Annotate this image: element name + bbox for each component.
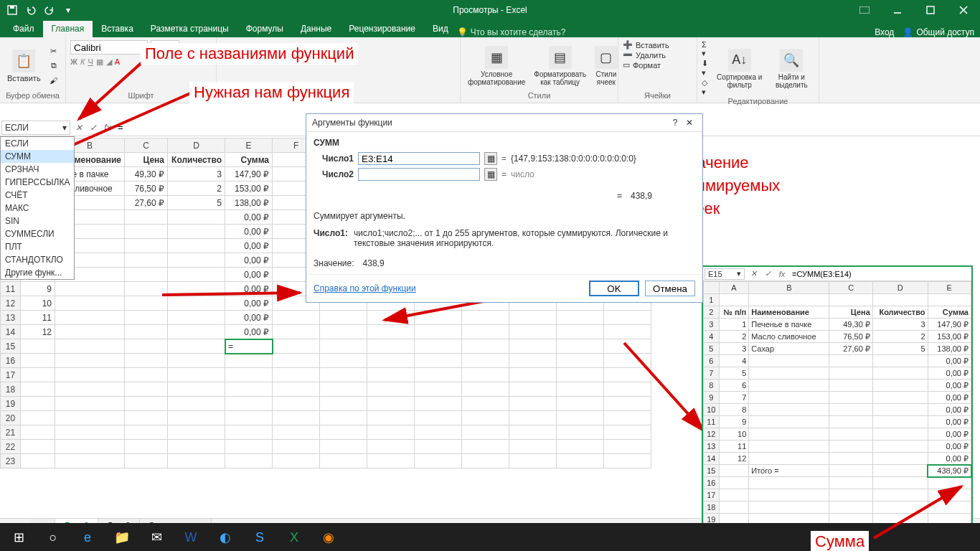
edge-icon[interactable]: e [72, 525, 103, 550]
format-as-table-icon: ▤ [549, 46, 572, 69]
cancel-button[interactable]: Отмена [645, 281, 695, 296]
group-cells: Ячейки [623, 91, 692, 101]
undo-icon[interactable] [23, 2, 39, 18]
arg1-label: Число1 [314, 154, 354, 164]
sort-filter-button[interactable]: A↓ Сортировка и фильтр [713, 47, 766, 90]
dialog-desc: Суммирует аргументы. [314, 211, 695, 221]
arg-help-text: число1;число2;... от 1 до 255 аргументов… [354, 228, 695, 248]
chevron-down-icon: ▾ [737, 269, 741, 278]
svg-line-14 [624, 343, 703, 430]
arg1-input[interactable] [358, 152, 480, 165]
skype-icon[interactable]: S [244, 525, 275, 550]
dialog-close-icon[interactable]: ✕ [682, 118, 697, 128]
arg2-eval: число [511, 169, 534, 179]
fn-item-МАКС[interactable]: МАКС [1, 202, 74, 215]
dialog-help-link[interactable]: Справка по этой функции [314, 283, 416, 293]
tab-Вид[interactable]: Вид [424, 21, 457, 37]
tab-Главная[interactable]: Главная [43, 21, 93, 37]
app-icon[interactable]: ◐ [209, 525, 241, 550]
group-editing: Редактирование [702, 97, 814, 107]
delete-cells-button[interactable]: ➖Удалить [623, 50, 666, 60]
redo-icon[interactable] [42, 2, 57, 18]
title-bar: ▾ Просмотры - Excel [0, 0, 980, 20]
arg1-eval: {147,9:153:138:0:0:0:0:0:0:0:0:0} [511, 154, 695, 164]
clear-icon[interactable]: ◇ ▾ [702, 78, 710, 97]
fn-item-SIN[interactable]: SIN [1, 215, 74, 227]
qat-dropdown-icon[interactable]: ▾ [60, 2, 76, 18]
cell-styles-icon: ▢ [595, 46, 618, 69]
copy-icon[interactable]: ⧉ [47, 60, 61, 72]
inset-name-box[interactable]: E15 ▾ [705, 268, 745, 280]
dialog-help-icon[interactable]: ? [668, 118, 682, 128]
dialog-preview: 438,9 [631, 191, 652, 201]
find-icon: 🔍 [780, 49, 803, 72]
inset-enter-icon[interactable]: ✓ [760, 269, 775, 278]
inset-cancel-icon[interactable]: ✕ [746, 269, 760, 278]
group-styles: Стили [465, 91, 613, 101]
autosum-icon[interactable]: Σ ▾ [702, 40, 710, 58]
word-icon[interactable]: W [175, 525, 207, 550]
fill-icon[interactable]: ⬇ ▾ [702, 59, 710, 77]
fn-item-ГИПЕРССЫЛКА[interactable]: ГИПЕРССЫЛКА [1, 176, 74, 189]
fn-item-СЧЁТ[interactable]: СЧЁТ [1, 189, 74, 202]
insert-icon: ➕ [623, 40, 633, 50]
fn-item-СРЗНАЧ[interactable]: СРЗНАЧ [1, 163, 74, 176]
dialog-title: Аргументы функции [312, 118, 392, 128]
annotation-sum2: Сумма [811, 531, 869, 551]
fn-item-СУММ[interactable]: СУММ [1, 150, 74, 163]
minimize-icon[interactable] [881, 0, 914, 20]
tab-file[interactable]: Файл [4, 21, 43, 37]
arg2-input[interactable] [358, 168, 480, 181]
arrow-icon [868, 481, 976, 545]
result-value: 438,9 [363, 258, 385, 268]
sign-in-link[interactable]: Вход [875, 27, 894, 37]
fn-item-ЕСЛИ[interactable]: ЕСЛИ [1, 137, 74, 150]
tab-Разметка страницы[interactable]: Разметка страницы [142, 21, 237, 37]
paste-button[interactable]: 📋 Вставить [4, 48, 44, 84]
function-arguments-dialog: Аргументы функции ? ✕ СУММ Число1 ▦ = {1… [306, 113, 703, 303]
arrow-icon [156, 284, 307, 306]
cut-icon[interactable]: ✂ [47, 45, 61, 58]
save-icon[interactable] [4, 2, 20, 18]
tab-Формулы[interactable]: Формулы [237, 21, 292, 37]
firefox-icon[interactable]: ◉ [313, 525, 344, 550]
find-select-button[interactable]: 🔍 Найти и выделить [769, 47, 814, 90]
fn-item-СТАНДОТКЛО[interactable]: СТАНДОТКЛО [1, 253, 74, 266]
maximize-icon[interactable] [914, 0, 947, 20]
arg2-ref-icon[interactable]: ▦ [484, 168, 497, 181]
share-button[interactable]: 👤 Общий доступ [903, 27, 974, 37]
mail-icon[interactable]: ✉ [141, 525, 172, 550]
svg-rect-1 [10, 6, 14, 9]
arg-help-label: Число1: [314, 228, 348, 248]
svg-line-12 [162, 293, 300, 295]
search-icon[interactable]: ○ [37, 525, 69, 550]
function-dropdown: ЕСЛИСУММСРЗНАЧГИПЕРССЫЛКАСЧЁТМАКСSINСУММ… [0, 136, 75, 280]
cell-styles-button[interactable]: ▢ Стили ячеек [592, 44, 621, 88]
tell-me[interactable]: 💡 Что вы хотите сделать? [457, 27, 566, 37]
excel-icon[interactable]: X [278, 525, 310, 550]
insert-cells-button[interactable]: ➕Вставить [623, 40, 669, 50]
window-title: Просмотры - Excel [453, 5, 527, 15]
arg1-ref-icon[interactable]: ▦ [484, 152, 497, 165]
conditional-formatting-button[interactable]: ▦ Условное форматирование [465, 44, 528, 88]
ok-button[interactable]: OK [589, 281, 639, 296]
close-icon[interactable] [947, 0, 980, 20]
format-icon: ▭ [623, 60, 630, 70]
format-cells-button[interactable]: ▭Формат [623, 60, 661, 70]
svg-rect-4 [927, 6, 934, 14]
inset-formula-input[interactable] [789, 268, 971, 280]
inset-fx-icon[interactable]: fx [775, 270, 789, 278]
tab-Рецензирование[interactable]: Рецензирование [340, 21, 424, 37]
fn-item-СУММЕСЛИ[interactable]: СУММЕСЛИ [1, 227, 74, 240]
fn-item-ПЛТ[interactable]: ПЛТ [1, 240, 74, 253]
annotation-field-fn: Поле с названиями функций [141, 43, 358, 65]
start-icon[interactable]: ⊞ [3, 525, 34, 550]
tab-Вставка[interactable]: Вставка [93, 21, 142, 37]
paste-icon: 📋 [12, 50, 35, 72]
format-as-table-button[interactable]: ▤ Форматировать как таблицу [531, 44, 589, 88]
fn-item-Другие функ...[interactable]: Другие функ... [1, 266, 74, 279]
ribbon-display-icon[interactable] [848, 0, 881, 20]
tab-Данные[interactable]: Данные [292, 21, 340, 37]
explorer-icon[interactable]: 📁 [106, 525, 138, 550]
conditional-formatting-icon: ▦ [485, 46, 508, 69]
